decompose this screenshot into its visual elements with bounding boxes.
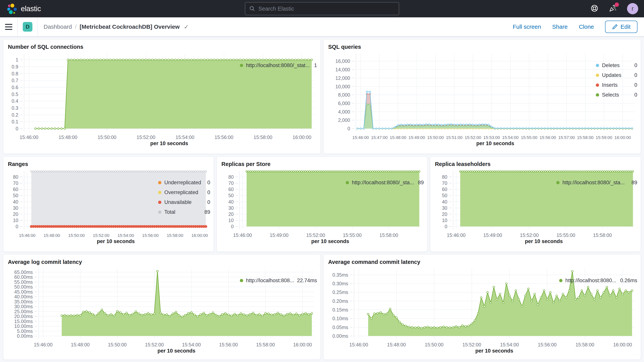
svg-text:80: 80	[228, 174, 234, 180]
svg-text:10: 10	[442, 218, 447, 223]
chart-sql-queries[interactable]: 15:46:0015:47:0015:48:0015:49:0015:50:00…	[327, 50, 596, 148]
chart-replica-leaseholders[interactable]: 15:46:0015:49:0015:52:0015:55:0015:58:00…	[434, 168, 556, 246]
legend-item[interactable]: http://localhost:8080...0.26ms	[559, 278, 637, 284]
panel-replica-leaseholders: Replica leaseholders 15:46:0015:49:0015:…	[430, 156, 641, 252]
svg-text:0.4: 0.4	[12, 98, 18, 104]
share-link[interactable]: Share	[552, 24, 568, 30]
svg-text:15:56:00: 15:56:00	[538, 342, 556, 347]
chart-avg-log-commit-latency[interactable]: 15:46:0015:48:0015:50:0015:52:0015:54:00…	[7, 266, 240, 355]
full-screen-link[interactable]: Full screen	[513, 24, 541, 30]
panel-title[interactable]: Average command commit latency	[328, 259, 637, 265]
chart-avg-command-commit-latency[interactable]: 15:46:0015:48:0015:50:0015:52:0015:54:00…	[327, 266, 559, 355]
legend-item[interactable]: Inserts0	[596, 82, 637, 88]
panel-title[interactable]: Replicas per Store	[221, 161, 424, 167]
svg-text:0.05ms: 0.05ms	[332, 324, 348, 330]
legend-item[interactable]: Unavailable0	[158, 199, 210, 205]
svg-text:0.3: 0.3	[12, 105, 18, 111]
panel-sql-connections: Number of SQL connections 15:46:0015:48:…	[3, 39, 321, 154]
svg-text:0.1: 0.1	[12, 119, 18, 124]
svg-text:20.00ms: 20.00ms	[14, 314, 33, 319]
svg-text:15:49:00: 15:49:00	[483, 232, 502, 238]
panel-title[interactable]: Ranges	[8, 161, 210, 167]
clone-link[interactable]: Clone	[579, 24, 594, 30]
svg-text:60: 60	[13, 186, 18, 192]
legend-item[interactable]: Total89	[158, 209, 210, 215]
global-search[interactable]	[245, 2, 399, 15]
breadcrumb-dashboard-link[interactable]: Dashboard	[44, 24, 72, 30]
svg-text:50.00ms: 50.00ms	[14, 284, 33, 290]
chart-canvas-sql-queries[interactable]: 15:46:0015:47:0015:48:0015:49:0015:50:00…	[327, 50, 637, 148]
svg-text:15:54:00: 15:54:00	[500, 342, 519, 347]
svg-text:55.00ms: 55.00ms	[14, 279, 33, 285]
svg-text:15:50:00: 15:50:00	[427, 135, 444, 140]
svg-text:0: 0	[16, 126, 18, 131]
svg-text:0: 0	[231, 224, 234, 229]
elastic-logo[interactable]: elastic	[6, 3, 41, 15]
panel-title[interactable]: Replica leaseholders	[435, 161, 637, 167]
legend-item[interactable]: http://localhost:808...22.74ms	[240, 278, 317, 284]
space-badge[interactable]: D	[23, 22, 32, 32]
legend-color-dot	[158, 181, 162, 184]
svg-text:30: 30	[228, 205, 234, 211]
svg-text:15:49:00: 15:49:00	[408, 135, 425, 140]
svg-text:0.35ms: 0.35ms	[332, 272, 348, 278]
legend-value: 0	[634, 92, 637, 98]
legend-item[interactable]: Underreplicated0	[158, 180, 210, 186]
page-title[interactable]: [Metricbeat CockroachDB] Overview	[80, 24, 180, 30]
svg-text:15:52:00: 15:52:00	[462, 342, 481, 347]
svg-text:15:50:00: 15:50:00	[108, 342, 127, 347]
svg-text:20: 20	[228, 212, 234, 217]
svg-text:15:48:00: 15:48:00	[390, 135, 406, 140]
svg-text:60: 60	[442, 186, 447, 192]
legend-item[interactable]: http://localhost:8080/_stat...1	[240, 62, 317, 68]
panel-title[interactable]: Average log commit latency	[8, 259, 317, 265]
svg-text:0.15ms: 0.15ms	[332, 307, 348, 312]
search-input[interactable]	[258, 6, 395, 12]
panel-title[interactable]: SQL queries	[328, 44, 637, 50]
svg-text:40.00ms: 40.00ms	[14, 294, 33, 299]
panel-title[interactable]: Number of SQL connections	[8, 44, 317, 50]
svg-text:0.6: 0.6	[12, 84, 18, 90]
svg-text:8,000: 8,000	[338, 92, 350, 98]
panel-sql-queries: SQL queries 15:46:0015:47:0015:48:0015:4…	[323, 39, 641, 154]
chart-replicas-per-store[interactable]: 15:46:0015:49:0015:52:0015:55:0015:58:00…	[220, 168, 346, 246]
svg-text:15:50:00: 15:50:00	[68, 233, 85, 238]
svg-text:1: 1	[16, 57, 18, 62]
legend-item[interactable]: Deletes0	[596, 62, 637, 68]
svg-text:15:52:00: 15:52:00	[93, 233, 110, 238]
chart-sql-connections[interactable]: 15:46:0015:48:0015:50:0015:52:0015:54:00…	[7, 50, 240, 148]
legend-color-dot	[596, 64, 599, 67]
legend-item[interactable]: Updates0	[596, 72, 637, 78]
svg-text:15:52:00: 15:52:00	[520, 232, 538, 238]
legend-item[interactable]: http://localhost:8080/_sta...89	[346, 180, 424, 186]
svg-text:60.00ms: 60.00ms	[14, 274, 33, 280]
svg-text:15:56:00: 15:56:00	[219, 342, 238, 347]
search-icon	[249, 6, 255, 12]
svg-text:12,000: 12,000	[336, 75, 350, 81]
svg-text:60: 60	[228, 186, 234, 192]
svg-text:40: 40	[442, 199, 447, 204]
svg-text:15:50:00: 15:50:00	[98, 134, 116, 140]
menu-button[interactable]	[5, 24, 12, 30]
svg-text:80: 80	[13, 174, 18, 180]
legend-item[interactable]: Selects0	[596, 92, 637, 98]
chart-ranges[interactable]: 15:46:0015:48:0015:50:0015:52:0015:54:00…	[7, 168, 158, 246]
legend-item[interactable]: http://localhost:8080/_sta...89	[556, 180, 637, 186]
help-button[interactable]	[590, 4, 598, 13]
svg-text:15:52:00: 15:52:00	[465, 135, 481, 140]
svg-text:70: 70	[442, 180, 447, 186]
svg-text:15:48:00: 15:48:00	[58, 134, 77, 140]
legend-value: 89	[632, 180, 637, 186]
svg-text:40: 40	[13, 199, 18, 204]
svg-text:50: 50	[228, 193, 234, 198]
svg-text:per 10 seconds: per 10 seconds	[476, 140, 514, 146]
svg-text:per 10 seconds: per 10 seconds	[312, 238, 350, 244]
svg-text:15:54:00: 15:54:00	[176, 134, 194, 140]
whats-new-button[interactable]	[608, 4, 617, 13]
legend-item[interactable]: Overreplicated0	[158, 190, 210, 196]
title-check-icon: ✓	[184, 24, 189, 30]
legend-label: Selects	[602, 92, 632, 98]
edit-button[interactable]: Edit	[605, 21, 638, 33]
user-avatar[interactable]: r	[627, 3, 638, 14]
svg-text:6,000: 6,000	[338, 100, 350, 106]
